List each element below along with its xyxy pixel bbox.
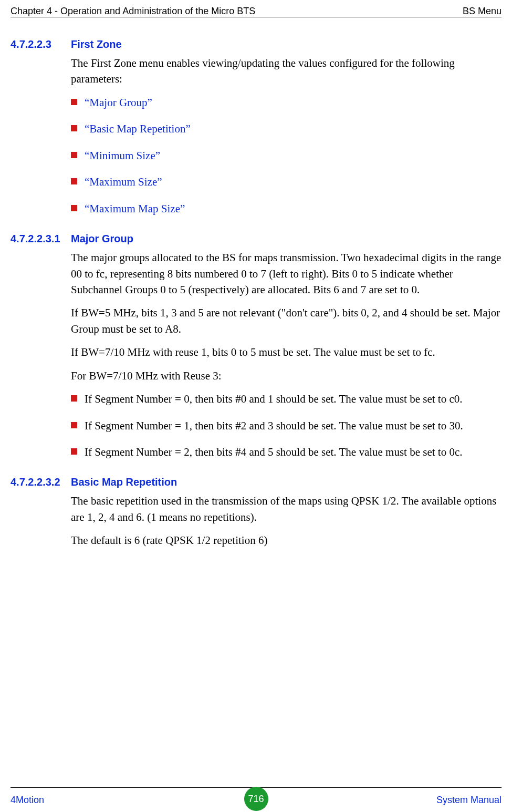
bullet-square-icon (71, 448, 77, 455)
paragraph: The basic repetition used in the transmi… (71, 493, 501, 525)
paragraph: If BW=5 MHz, bits 1, 3 and 5 are not rel… (71, 305, 501, 337)
bullet-square-icon (71, 422, 77, 428)
link-basic-map-repetition[interactable]: “Basic Map Repetition” (85, 121, 191, 137)
page-header: Chapter 4 - Operation and Administration… (11, 4, 501, 18)
header-rule (11, 17, 501, 17)
section-heading-major-group: 4.7.2.2.3.1 Major Group (11, 231, 501, 246)
bullet-square-icon (71, 125, 77, 131)
section-number: 4.7.2.2.3.1 (11, 231, 71, 246)
section-body-first-zone: The First Zone menu enables viewing/upda… (71, 55, 501, 217)
list-item: If Segment Number = 2, then bits #4 and … (71, 444, 501, 460)
bullet-square-icon (71, 205, 77, 211)
section-number: 4.7.2.2.3.2 (11, 475, 71, 490)
bullet-list: If Segment Number = 0, then bits #0 and … (71, 391, 501, 460)
section-title: Major Group (71, 231, 133, 246)
footer-left: 4Motion (11, 793, 44, 807)
link-major-group[interactable]: “Major Group” (85, 95, 152, 110)
paragraph: If BW=7/10 MHz with reuse 1, bits 0 to 5… (71, 344, 501, 360)
link-minimum-size[interactable]: “Minimum Size” (85, 148, 160, 163)
page: Chapter 4 - Operation and Administration… (0, 0, 512, 812)
list-item: If Segment Number = 0, then bits #0 and … (71, 391, 501, 407)
paragraph: For BW=7/10 MHz with Reuse 3: (71, 368, 501, 384)
header-right: BS Menu (463, 4, 501, 18)
bullet-text: If Segment Number = 2, then bits #4 and … (85, 444, 463, 460)
list-item: “Minimum Size” (71, 148, 501, 163)
link-maximum-size[interactable]: “Maximum Size” (85, 174, 162, 190)
list-item: “Maximum Size” (71, 174, 501, 190)
content: 4.7.2.2.3 First Zone The First Zone menu… (11, 32, 501, 775)
paragraph: The default is 6 (rate QPSK 1/2 repetiti… (71, 532, 501, 548)
page-number-badge: 716 (244, 787, 268, 811)
section-heading-basic-map-repetition: 4.7.2.2.3.2 Basic Map Repetition (11, 475, 501, 490)
section-title: First Zone (71, 37, 122, 52)
list-item: “Major Group” (71, 95, 501, 110)
section-body-major-group: The major groups allocated to the BS for… (71, 250, 501, 460)
paragraph: The First Zone menu enables viewing/upda… (71, 55, 501, 87)
section-title: Basic Map Repetition (71, 475, 177, 490)
paragraph: The major groups allocated to the BS for… (71, 250, 501, 297)
list-item: If Segment Number = 1, then bits #2 and … (71, 418, 501, 434)
section-body-basic-map-repetition: The basic repetition used in the transmi… (71, 493, 501, 548)
section-heading-first-zone: 4.7.2.2.3 First Zone (11, 37, 501, 52)
bullet-square-icon (71, 395, 77, 402)
bullet-text: If Segment Number = 0, then bits #0 and … (85, 391, 463, 407)
section-number: 4.7.2.2.3 (11, 37, 71, 52)
list-item: “Basic Map Repetition” (71, 121, 501, 137)
link-maximum-map-size[interactable]: “Maximum Map Size” (85, 201, 185, 217)
bullet-list: “Major Group” “Basic Map Repetition” “Mi… (71, 95, 501, 217)
footer-right: System Manual (436, 793, 501, 807)
header-left: Chapter 4 - Operation and Administration… (11, 4, 255, 18)
page-footer: 4Motion 716 System Manual (11, 791, 501, 807)
bullet-square-icon (71, 178, 77, 184)
bullet-text: If Segment Number = 1, then bits #2 and … (85, 418, 463, 434)
bullet-square-icon (71, 152, 77, 158)
bullet-square-icon (71, 99, 77, 105)
list-item: “Maximum Map Size” (71, 201, 501, 217)
